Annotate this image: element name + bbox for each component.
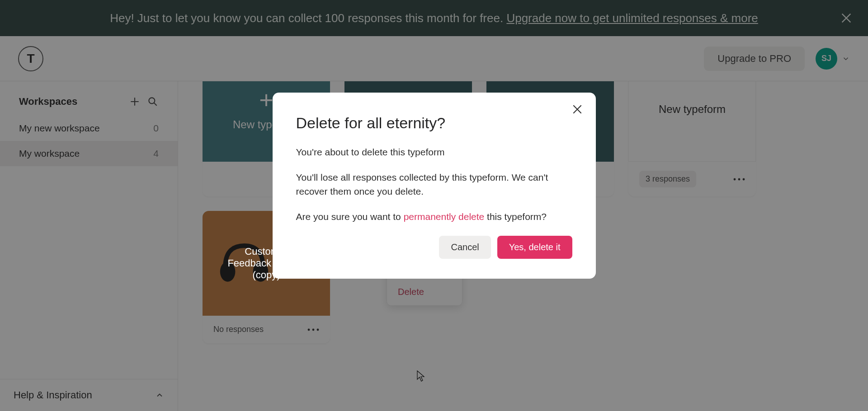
modal-overlay[interactable]: Delete for all eternity? You're about to…: [0, 0, 868, 411]
modal-actions: Cancel Yes, delete it: [296, 236, 572, 259]
modal-text-2: You'll lose all responses collected by t…: [296, 171, 572, 198]
modal-text-3: Are you sure you want to permanently del…: [296, 210, 572, 224]
close-icon[interactable]: [571, 103, 583, 115]
delete-confirm-modal: Delete for all eternity? You're about to…: [273, 93, 596, 279]
cancel-button[interactable]: Cancel: [439, 236, 491, 259]
permanently-delete-text: permanently delete: [404, 211, 485, 222]
modal-title: Delete for all eternity?: [296, 114, 572, 132]
card-title: Customer Feedback Survey (copy): [227, 246, 305, 281]
confirm-delete-button[interactable]: Yes, delete it: [497, 236, 572, 259]
modal-text-1: You're about to delete this typeform: [296, 145, 572, 159]
